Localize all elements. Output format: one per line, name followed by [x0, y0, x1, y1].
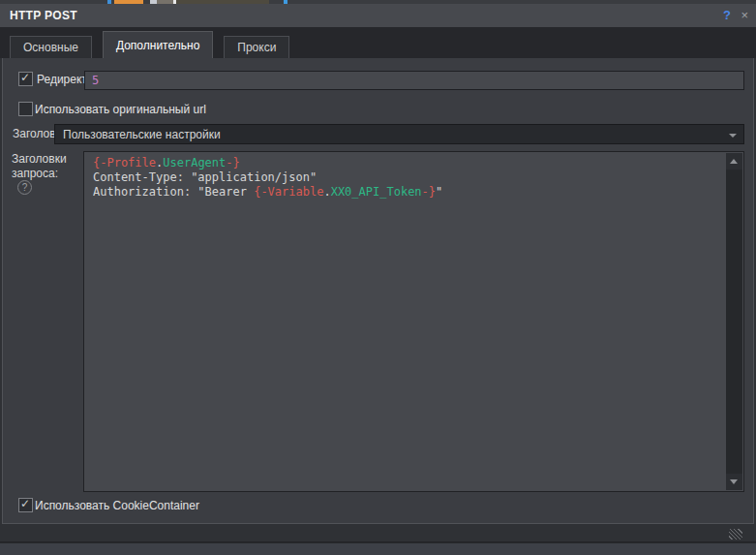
vertical-scrollbar[interactable] [726, 153, 742, 490]
code-line: Authorization: "Bearer {-Variable.XX0_AP… [93, 185, 724, 200]
dialog-titlebar[interactable]: HTTP POST ? × [0, 4, 756, 27]
help-icon[interactable]: ? [723, 8, 731, 22]
scroll-down-icon[interactable] [726, 474, 742, 490]
resize-grip[interactable] [729, 529, 742, 540]
tab-strip: Основные Дополнительно Прокси [0, 27, 756, 58]
close-icon[interactable]: × [741, 8, 748, 22]
request-headers-label-line1: Заголовки [12, 152, 81, 167]
tab-label: Основные [23, 41, 78, 54]
request-headers-label-line2: запроса: [12, 167, 81, 181]
tab-proxy[interactable]: Прокси [224, 36, 289, 58]
cookie-container-label: Использовать CookieContainer [35, 499, 199, 512]
redirect-label: Редирект [37, 73, 87, 86]
background-window-statusbar [0, 542, 756, 555]
question-circle-icon[interactable]: ? [17, 180, 32, 195]
headers-code: {-Profile.UserAgent-}Content-Type: "appl… [93, 156, 724, 489]
dialog-title: HTTP POST [10, 9, 77, 22]
scroll-up-icon[interactable] [726, 153, 742, 170]
headers-mode-selected-value: Пользовательские настройки [63, 128, 221, 141]
chevron-down-icon [729, 134, 737, 138]
use-original-url-checkbox[interactable] [18, 102, 33, 116]
tab-panel-advanced: Редирект Использовать оригинальный url З… [2, 58, 754, 524]
tab-advanced[interactable]: Дополнительно [103, 31, 213, 58]
redirect-checkbox[interactable] [18, 72, 33, 86]
headers-mode-select[interactable]: Пользовательские настройки [54, 124, 744, 144]
redirect-input[interactable] [84, 71, 744, 90]
tab-basic[interactable]: Основные [10, 36, 92, 58]
http-post-dialog: HTTP POST ? × Основные Дополнительно Про… [0, 4, 756, 542]
request-headers-label: Заголовки запроса: [12, 152, 81, 181]
tab-label: Прокси [237, 41, 276, 54]
cookie-container-checkbox[interactable] [18, 498, 33, 512]
tab-label: Дополнительно [116, 39, 199, 52]
use-original-url-label: Использовать оригинальный url [35, 103, 206, 116]
request-headers-textarea[interactable]: {-Profile.UserAgent-}Content-Type: "appl… [83, 151, 744, 492]
code-line: {-Profile.UserAgent-} [93, 156, 724, 170]
code-line: Content-Type: "application/json" [93, 170, 724, 185]
